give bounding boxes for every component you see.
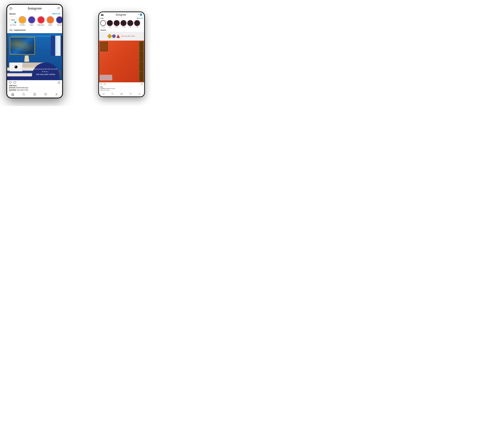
back-heart-icon[interactable] — [100, 83, 102, 85]
back-story-your-story[interactable]: ur Story — [100, 20, 106, 27]
mikeisnice-circle — [38, 17, 44, 23]
your-story-plus-badge: + — [14, 21, 17, 24]
mini-triangle — [14, 19, 15, 20]
back-nav-search-icon[interactable] — [111, 93, 114, 95]
front-stories-row: + Your Story The Met — [7, 15, 62, 27]
bookmark-icon[interactable] — [58, 81, 60, 84]
back-post-actions — [99, 82, 144, 86]
eye-pillow — [10, 62, 22, 71]
back-philip-label-4: Philip — [129, 26, 132, 27]
back-bookmark-icon[interactable] — [141, 83, 143, 85]
comment-username: laylamiller — [9, 89, 16, 91]
calico-ring — [28, 16, 35, 24]
avatar-triangle — [11, 30, 12, 31]
overlay-italic-text: Surround yourself with the world of art … — [34, 68, 58, 73]
front-header: Instagram — [7, 5, 62, 12]
back-watch-all[interactable]: Watch All — [137, 18, 143, 19]
eye-shape — [11, 64, 21, 69]
back-header: 📷 Instagram +👤 — [99, 12, 144, 17]
back-post-username: romanos — [100, 29, 106, 31]
back-add-user-icon: +👤 — [138, 13, 142, 16]
front-phone: Instagram Stories Watch All — [6, 4, 63, 99]
artwork-texture — [10, 37, 34, 54]
back-philip-ring-2 — [114, 20, 120, 26]
back-story-philip-5[interactable]: Philip — [134, 20, 140, 27]
back-caption-hashtag: #awesomerooming — [105, 88, 115, 89]
curtain-left — [51, 36, 55, 56]
add-user-icon[interactable] — [57, 7, 60, 10]
back-instagram-title: Instagram — [116, 13, 126, 16]
post-more-icon[interactable]: ··· — [58, 29, 60, 31]
story-calico[interactable]: Calico — [28, 16, 35, 26]
back-post-more-icon[interactable]: ··· — [141, 29, 143, 31]
back-likes-section: likes romanos #awesomerooming rla Loved … — [99, 86, 144, 92]
svg-line-1 — [113, 94, 113, 95]
back-logo-shapes — [108, 34, 120, 38]
eye-graphic — [10, 64, 22, 70]
back-logo-circle — [112, 34, 116, 38]
front-stories-section: Stories Watch All — [7, 12, 62, 27]
back-stories-header: ories Watch All — [99, 17, 144, 19]
back-nav — [99, 92, 144, 96]
svg-point-0 — [112, 93, 113, 94]
post-avatar-logo — [10, 30, 12, 31]
back-caption: romanos #awesomerooming rla Loved my sta… — [100, 88, 143, 91]
post-info: 2500 likes jermanos #theArtistsEscape la… — [7, 84, 62, 92]
svg-line-12 — [24, 95, 25, 95]
back-story-philip-4[interactable]: Philip — [127, 20, 133, 27]
front-post: thegalleryhotel ··· — [7, 27, 62, 92]
avatar-circle — [11, 30, 11, 31]
post-bottom-bar — [7, 76, 34, 80]
back-philip-label-2: Philip — [115, 26, 118, 27]
book-2 — [139, 51, 143, 61]
comment-icon[interactable] — [13, 81, 16, 84]
svg-point-6 — [10, 8, 11, 9]
back-comment-icon[interactable] — [104, 83, 106, 85]
disney-plus-circle — [56, 17, 62, 23]
book-3 — [139, 62, 143, 71]
svg-point-16 — [56, 93, 57, 94]
nav-search-icon[interactable] — [22, 93, 25, 96]
nav-home-icon[interactable] — [11, 93, 14, 96]
story-disney-plus[interactable]: Disney+ — [56, 16, 62, 26]
back-nav-add-icon[interactable] — [121, 93, 123, 95]
calico-circle — [28, 17, 35, 23]
back-nav-profile-icon[interactable] — [139, 93, 141, 95]
story-netflix[interactable]: Netflix — [47, 16, 54, 26]
back-story-philip-3[interactable]: Philip — [120, 20, 127, 27]
back-your-story-logo — [101, 21, 105, 25]
back-philip-ring-3 — [120, 20, 127, 26]
camera-icon[interactable] — [9, 7, 12, 10]
back-likes-text: likes — [100, 86, 143, 88]
story-your-story[interactable]: + Your Story — [9, 16, 17, 26]
back-story-philip-2[interactable]: Philip — [114, 20, 120, 27]
nav-add-icon[interactable] — [33, 93, 36, 96]
story-the-met[interactable]: The Met — [18, 16, 26, 26]
back-story-philip-1[interactable]: Philip — [107, 20, 113, 27]
netflix-ring-inner — [47, 16, 54, 24]
ceiling-pipe-1 — [11, 35, 52, 37]
back-nav-home-icon[interactable] — [103, 93, 104, 95]
heart-icon[interactable] — [9, 81, 12, 84]
story-mikeisnice[interactable]: MikeisNice — [37, 16, 45, 26]
back-nav-heart-icon[interactable] — [130, 93, 132, 95]
the-met-label: The Met — [20, 24, 25, 26]
back-stories-label: ories — [100, 18, 104, 19]
calico-ring-inner — [28, 16, 35, 24]
window-light — [55, 36, 61, 56]
front-phone-inner: Instagram Stories Watch All — [7, 5, 62, 98]
curtain-right — [61, 36, 62, 56]
caption-line-2: laylamiller Cant wait to visit! — [9, 89, 60, 91]
post-header: thegalleryhotel ··· — [7, 27, 62, 33]
watch-all-button[interactable]: Watch All — [52, 13, 60, 15]
room-window — [51, 36, 62, 56]
disney-plus-label: Disney+ — [57, 24, 62, 26]
caption-hashtag: #theArtistsEscape — [16, 87, 28, 89]
svg-point-10 — [59, 7, 60, 8]
post-image-area: Surround yourself with the world of art … — [7, 33, 62, 80]
nav-heart-icon[interactable] — [44, 93, 47, 96]
hotel-room-background: Surround yourself with the world of art … — [7, 33, 62, 80]
nav-profile-icon[interactable] — [55, 93, 58, 96]
the-met-ring — [18, 16, 26, 24]
back-camera-icon: 📷 — [101, 13, 104, 16]
